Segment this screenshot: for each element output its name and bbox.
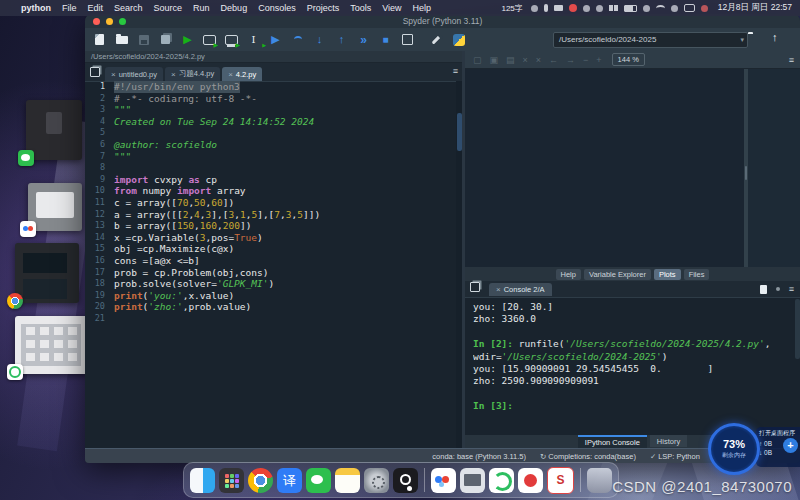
- run-selection-icon[interactable]: I: [246, 32, 261, 47]
- copy-plot-icon[interactable]: ▤: [506, 55, 515, 65]
- baidu-netdisk-icon[interactable]: [431, 468, 456, 493]
- code-line[interactable]: 19print('you:',x.value): [85, 290, 462, 302]
- continue-execution-icon[interactable]: »: [356, 32, 371, 47]
- record-icon[interactable]: [569, 4, 577, 12]
- code-line[interactable]: 6@author: scofieldo: [85, 139, 462, 151]
- maximize-pane-icon[interactable]: [400, 32, 415, 47]
- plots-options-menu-icon[interactable]: ≡: [789, 55, 794, 65]
- new-console-icon[interactable]: [760, 285, 767, 294]
- parent-directory-icon[interactable]: ↑: [772, 31, 778, 43]
- finder-icon[interactable]: [190, 468, 215, 493]
- close-tab-icon[interactable]: ×: [171, 70, 176, 79]
- code-line[interactable]: 20print('zho:',prob.value): [85, 301, 462, 313]
- console-scrollbar-thumb[interactable]: [795, 299, 800, 359]
- minimized-window-thumbnail[interactable]: [28, 183, 82, 231]
- bluetooth-icon[interactable]: [643, 5, 650, 12]
- control-center-icon[interactable]: [684, 4, 695, 12]
- minimized-window-thumbnail[interactable]: [15, 316, 89, 374]
- close-console-icon[interactable]: ×: [496, 285, 501, 294]
- code-line[interactable]: 13b = array([150,160,200]): [85, 220, 462, 232]
- zoom-out-icon[interactable]: −: [583, 55, 588, 65]
- active-app-menu[interactable]: python: [21, 3, 51, 13]
- editor-scrollbar-thumb[interactable]: [457, 113, 462, 151]
- pane-tab-plots[interactable]: Plots: [654, 269, 681, 280]
- pane-tab-variable-explorer[interactable]: Variable Explorer: [584, 269, 651, 280]
- run-cell-advance-icon[interactable]: [224, 32, 239, 47]
- console-options-menu-icon[interactable]: ≡: [789, 284, 794, 294]
- preferences-icon[interactable]: [429, 32, 444, 47]
- display-split-icon[interactable]: [609, 5, 618, 11]
- code-line[interactable]: 15obj =cp.Maximize(c@x): [85, 243, 462, 255]
- code-line[interactable]: 17prob = cp.Problem(obj,cons): [85, 267, 462, 279]
- chrome-icon[interactable]: [248, 468, 273, 493]
- code-area[interactable]: 1#!/usr/bin/env python32# -*- codiarng: …: [85, 81, 462, 449]
- keyboard-icon[interactable]: [554, 5, 563, 11]
- menu-projects[interactable]: Projects: [307, 3, 340, 13]
- memory-widget-circle[interactable]: 73% 剩余内存: [708, 423, 760, 475]
- code-line[interactable]: 21: [85, 313, 462, 325]
- editor-options-menu-icon[interactable]: ≡: [453, 66, 458, 76]
- memory-widget-add-button[interactable]: +: [783, 438, 798, 453]
- cloud-icon[interactable]: [596, 5, 603, 12]
- save-all-plots-icon[interactable]: ▣: [490, 55, 499, 65]
- chevron-down-icon[interactable]: ▾: [740, 33, 747, 47]
- run-icon[interactable]: ▶: [180, 32, 195, 47]
- search-icon[interactable]: [671, 5, 678, 12]
- save-plot-icon[interactable]: ▢: [473, 55, 482, 65]
- close-tab-icon[interactable]: ×: [111, 70, 116, 79]
- red-circle-app-icon[interactable]: [518, 468, 543, 493]
- mic-icon[interactable]: [544, 4, 548, 12]
- preview-window-icon[interactable]: [460, 468, 485, 493]
- input-method-indicator[interactable]: 125字: [501, 3, 522, 14]
- menu-help[interactable]: Help: [413, 3, 432, 13]
- notification-dot-icon[interactable]: [701, 5, 708, 12]
- close-tab-icon[interactable]: ×: [228, 70, 233, 79]
- editor-scrollbar[interactable]: [456, 81, 462, 449]
- launchpad-icon[interactable]: [219, 468, 244, 493]
- code-line[interactable]: 7""": [85, 151, 462, 163]
- pane-tab-help[interactable]: Help: [556, 269, 581, 280]
- editor-tab[interactable]: ×习题4.4.py: [165, 67, 220, 81]
- tab-ipython-console[interactable]: IPython Console: [578, 435, 647, 448]
- code-line[interactable]: 4Created on Tue Sep 24 14:14:52 2024: [85, 116, 462, 128]
- menu-edit[interactable]: Edit: [88, 3, 104, 13]
- new-file-icon[interactable]: [92, 32, 107, 47]
- step-into-icon[interactable]: ↓: [312, 32, 327, 47]
- splitter-handle[interactable]: [745, 166, 747, 180]
- code-line[interactable]: 1#!/usr/bin/env python3: [85, 81, 462, 93]
- menu-consoles[interactable]: Consoles: [258, 3, 296, 13]
- passwords-icon[interactable]: [393, 468, 418, 493]
- step-over-icon[interactable]: [290, 32, 305, 47]
- save-all-icon[interactable]: [158, 32, 173, 47]
- completions-status[interactable]: ↻Completions: conda(base): [540, 452, 636, 461]
- green-ring-app-icon[interactable]: [489, 468, 514, 493]
- code-line[interactable]: 11c = array([70,50,60]): [85, 197, 462, 209]
- run-cell-icon[interactable]: [202, 32, 217, 47]
- code-line[interactable]: 3""": [85, 104, 462, 116]
- browse-tabs-icon[interactable]: [90, 67, 100, 77]
- battery-icon[interactable]: [624, 5, 637, 12]
- step-out-icon[interactable]: ↑: [334, 32, 349, 47]
- code-line[interactable]: 12a = array([[2,4,3],[3,1,5],[7,3,5]]): [85, 209, 462, 221]
- menu-debug[interactable]: Debug: [221, 3, 248, 13]
- code-line[interactable]: 2# -*- codiarng: utf-8 -*-: [85, 93, 462, 105]
- editor-tab[interactable]: ×4.2.py: [222, 67, 262, 81]
- menu-run[interactable]: Run: [193, 3, 210, 13]
- window-titlebar[interactable]: Spyder (Python 3.11): [85, 14, 800, 28]
- remove-plot-icon[interactable]: ×: [523, 55, 528, 65]
- previous-plot-icon[interactable]: ←: [549, 55, 558, 65]
- save-icon[interactable]: [136, 32, 151, 47]
- menu-tools[interactable]: Tools: [350, 3, 371, 13]
- tab-history[interactable]: History: [650, 435, 687, 447]
- console-output[interactable]: you: [20. 30.]zho: 3360.0 In [2]: runfil…: [473, 301, 796, 434]
- code-line[interactable]: 5: [85, 127, 462, 139]
- plot-zoom-level[interactable]: 144 %: [612, 53, 645, 66]
- menu-source[interactable]: Source: [154, 3, 183, 13]
- pane-tab-files[interactable]: Files: [684, 269, 710, 280]
- smiley-icon[interactable]: [531, 5, 538, 12]
- lsp-status[interactable]: ✓LSP: Python: [650, 452, 700, 461]
- console-tab[interactable]: × Console 2/A: [489, 283, 552, 296]
- menu-file[interactable]: File: [62, 3, 77, 13]
- code-line[interactable]: 14x =cp.Variable(3,pos=True): [85, 232, 462, 244]
- minimized-window-thumbnail[interactable]: [26, 100, 82, 160]
